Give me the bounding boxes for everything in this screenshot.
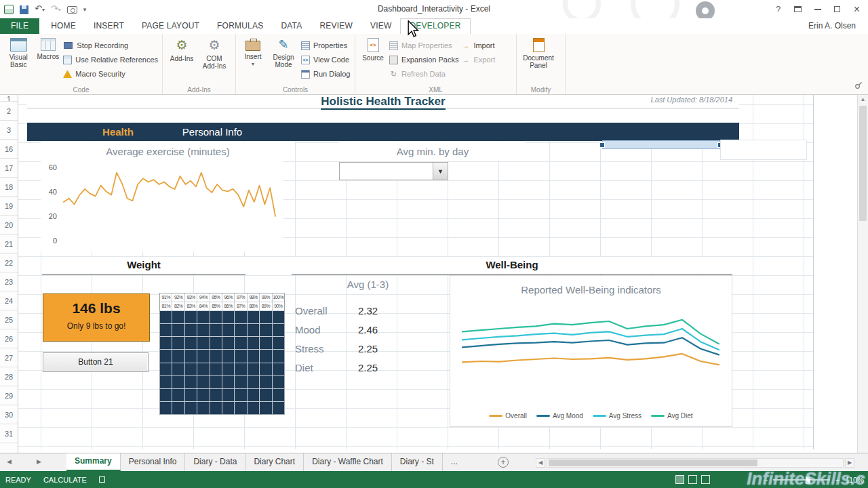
source-button[interactable]: <> Source [359, 36, 387, 84]
design-mode-button[interactable]: ✎ Design Mode [269, 36, 298, 84]
horizontal-scroll-thumb[interactable] [549, 460, 757, 466]
waffle-filled-cell [222, 402, 234, 414]
waffle-filled-cell [210, 402, 222, 414]
horizontal-scrollbar[interactable]: ◀ ▶ [0, 458, 868, 468]
waffle-filled-cell [210, 376, 222, 388]
row-header[interactable]: 23 [0, 272, 18, 291]
table-row[interactable]: Overall 2.32 [292, 302, 451, 321]
horizontal-scroll-track[interactable] [547, 458, 844, 468]
row-header[interactable]: 21 [0, 235, 18, 253]
weight-kpi-box[interactable]: 146 lbs Only 9 lbs to go! [43, 293, 150, 342]
tab-home[interactable]: HOME [42, 18, 85, 34]
tab-review[interactable]: REVIEW [311, 18, 361, 34]
tab-data[interactable]: DATA [272, 18, 311, 34]
exercise-line-chart [61, 165, 279, 243]
waffle-filled-cell [235, 363, 246, 375]
row-header[interactable]: 22 [0, 253, 18, 272]
combobox-dropdown-icon[interactable]: ▼ [433, 163, 448, 180]
row-header[interactable]: 19 [0, 197, 18, 216]
row-header[interactable]: 27 [0, 348, 18, 367]
map-properties-button[interactable]: Map Properties [389, 40, 458, 51]
row-header[interactable]: 3 [0, 121, 18, 140]
row-header[interactable]: 18 [0, 178, 18, 197]
view-code-button[interactable]: <> View Code [301, 54, 350, 65]
export-button[interactable]: → Export [461, 54, 495, 65]
waffle-percent-cell: 83% [185, 302, 197, 310]
tab-file[interactable]: FILE [0, 18, 39, 34]
vertical-scrollbar[interactable]: ▲ [857, 95, 868, 453]
tab-page-layout[interactable]: PAGE LAYOUT [133, 18, 208, 34]
restore-button[interactable] [827, 1, 847, 17]
page-layout-view-icon[interactable] [688, 475, 697, 484]
normal-view-icon[interactable] [675, 475, 684, 484]
weight-waffle-chart[interactable]: 91%92%93%94%95%96%97%98%99%100%81%82%83%… [159, 293, 285, 415]
row-header[interactable]: 20 [0, 216, 18, 235]
row-header[interactable]: 29 [0, 386, 18, 405]
row-header[interactable]: 24 [0, 291, 18, 310]
properties-button[interactable]: Properties [301, 40, 350, 51]
expansion-packs-button[interactable]: Expansion Packs [389, 54, 458, 65]
page-break-view-icon[interactable] [701, 475, 710, 484]
row-header[interactable]: 16 [0, 140, 18, 159]
tab-formulas[interactable]: FORMULAS [208, 18, 272, 34]
row-header[interactable]: 28 [0, 367, 18, 386]
waffle-filled-cell [222, 376, 234, 388]
stop-recording-button[interactable]: Stop Recording [63, 40, 158, 51]
form-button-21[interactable]: Button 21 [43, 352, 149, 372]
com-addins-button[interactable]: ⚙ COM Add-Ins [199, 36, 229, 84]
waffle-filled-cell [260, 363, 271, 375]
row-header[interactable]: 26 [0, 329, 18, 348]
scroll-up-icon[interactable]: ▲ [858, 96, 868, 102]
scroll-left-icon[interactable]: ◀ [536, 458, 545, 468]
warning-triangle-icon [63, 70, 72, 78]
ribbon-display-options-button[interactable] [788, 1, 808, 17]
wellbeing-chart[interactable]: Reported Well-Being indicators Overall A… [450, 275, 732, 427]
selection-handle[interactable] [599, 142, 605, 148]
chart-line-overall [462, 354, 719, 365]
document-panel-button[interactable]: Document Panel [521, 36, 556, 84]
pin-ribbon-icon[interactable] [854, 80, 863, 92]
waffle-percent-cell: 86% [222, 302, 234, 310]
scroll-right-icon[interactable]: ▶ [845, 458, 854, 468]
row-header[interactable]: 30 [0, 405, 18, 424]
exercise-chart[interactable]: 60 40 20 0 [41, 161, 283, 251]
row-header[interactable] [0, 443, 18, 453]
table-row[interactable]: Diet 2.25 [292, 359, 451, 378]
run-dialog-icon [301, 70, 310, 79]
account-name[interactable]: Erin A. Olsen [808, 21, 856, 30]
watermark-text: InfiniteSkills.c [747, 468, 865, 488]
table-row[interactable]: Mood 2.46 [292, 321, 451, 340]
row-header[interactable]: 17 [0, 159, 18, 178]
waffle-filled-cell [248, 389, 259, 401]
selected-object-bar[interactable] [602, 140, 720, 149]
macro-security-button[interactable]: Macro Security [63, 68, 158, 79]
row-header[interactable]: 25 [0, 310, 18, 329]
chart-line-avg-exercise-(minutes) [64, 173, 275, 216]
row-header[interactable]: 31 [0, 424, 18, 443]
row-header[interactable]: 1 [0, 95, 18, 102]
waffle-filled-cell [248, 363, 259, 375]
close-button[interactable]: × [847, 1, 867, 17]
tab-view[interactable]: VIEW [361, 18, 400, 34]
waffle-percent-cell: 81% [160, 302, 172, 310]
row-header[interactable]: 2 [0, 102, 18, 121]
run-dialog-button[interactable]: Run Dialog [301, 68, 350, 79]
status-calculate[interactable]: CALCULATE [43, 476, 87, 484]
macros-button[interactable]: Macros [35, 36, 60, 84]
macro-recording-icon[interactable] [99, 476, 105, 483]
refresh-data-button[interactable]: ↻ Refresh Data [389, 68, 458, 79]
tab-insert[interactable]: INSERT [85, 18, 133, 34]
table-row[interactable]: Stress 2.25 [292, 340, 451, 359]
vertical-scroll-thumb[interactable] [859, 106, 867, 221]
avg-day-combobox[interactable]: ▼ [339, 162, 448, 180]
nav-item-personal-info[interactable]: Personal Info [168, 123, 256, 141]
insert-control-button[interactable]: Insert ▾ [240, 36, 266, 84]
help-button[interactable]: ? [768, 1, 788, 17]
addins-button[interactable]: ⚙ Add-Ins [167, 36, 197, 84]
last-updated-label: Last Updated: 8/18/2014 [651, 96, 732, 104]
import-button[interactable]: → Import [461, 40, 495, 51]
nav-item-health[interactable]: Health [87, 123, 149, 141]
visual-basic-button[interactable]: Visual Basic [4, 36, 33, 84]
use-relative-references-button[interactable]: Use Relative References [63, 54, 158, 65]
minimize-button[interactable] [808, 1, 827, 17]
